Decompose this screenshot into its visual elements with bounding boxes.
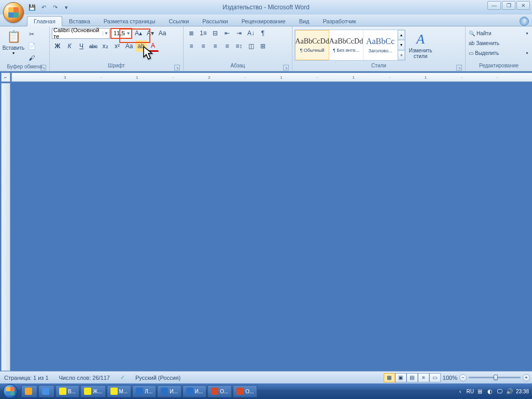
align-left-button[interactable]: ≡ bbox=[186, 40, 197, 52]
styles-dialog-launcher[interactable]: ↘ bbox=[456, 65, 462, 70]
language-indicator[interactable]: RU bbox=[467, 389, 474, 394]
underline-button[interactable]: Ч bbox=[76, 40, 87, 52]
align-center-button[interactable]: ≡ bbox=[198, 40, 209, 52]
format-painter-button[interactable]: 🖌 bbox=[26, 52, 37, 64]
taskbar-item[interactable]: М... bbox=[107, 385, 132, 397]
qat-more[interactable]: ▾ bbox=[61, 2, 72, 12]
sort-button[interactable]: A↓ bbox=[245, 27, 257, 39]
grow-font-button[interactable]: A▴ bbox=[133, 27, 144, 39]
taskbar-item[interactable]: Ж... bbox=[80, 385, 106, 397]
tray-icon[interactable]: 🖵 bbox=[496, 388, 503, 395]
maximize-button[interactable]: ❐ bbox=[502, 1, 515, 10]
gallery-up[interactable]: ▲ bbox=[398, 30, 405, 40]
bold-button[interactable]: Ж bbox=[52, 40, 63, 52]
clock[interactable]: 23:38 bbox=[516, 389, 529, 394]
taskbar-item[interactable]: В... bbox=[55, 385, 79, 397]
taskbar-item[interactable] bbox=[21, 385, 37, 397]
tab-mailings[interactable]: Рассылки bbox=[195, 16, 234, 26]
change-styles-button[interactable]: A Изменить стили bbox=[407, 30, 435, 60]
web-layout-view[interactable]: ▤ bbox=[407, 373, 418, 382]
full-screen-view[interactable]: ▣ bbox=[395, 373, 407, 382]
tray-icon[interactable]: ⊞ bbox=[477, 388, 484, 395]
find-button[interactable]: 🔍Найти▼ bbox=[468, 28, 530, 38]
gallery-more[interactable]: ≡ bbox=[398, 50, 405, 60]
close-button[interactable]: ✕ bbox=[516, 1, 530, 10]
italic-button[interactable]: К bbox=[64, 40, 75, 52]
justify-button[interactable]: ≡ bbox=[221, 40, 233, 52]
tab-review[interactable]: Рецензирование bbox=[235, 16, 292, 26]
ruler-toggle[interactable]: ⌐ bbox=[1, 73, 10, 82]
gallery-down[interactable]: ▼ bbox=[398, 40, 405, 50]
borders-button[interactable]: ⊞ bbox=[257, 40, 269, 52]
redo-button[interactable]: ↷ bbox=[50, 2, 60, 12]
minimize-button[interactable]: — bbox=[487, 1, 501, 10]
zoom-in-button[interactable]: + bbox=[523, 374, 530, 381]
select-button[interactable]: ▭Выделить▼ bbox=[468, 48, 530, 58]
taskbar-item[interactable]: О... bbox=[233, 385, 257, 397]
print-layout-view[interactable]: ▦ bbox=[384, 373, 395, 382]
strike-button[interactable]: abc bbox=[88, 40, 99, 52]
zoom-out-button[interactable]: − bbox=[459, 374, 467, 381]
spell-check-status[interactable]: ✓ bbox=[118, 374, 127, 381]
replace-button[interactable]: abЗаменить bbox=[468, 38, 530, 48]
shrink-font-button[interactable]: A▾ bbox=[145, 27, 156, 39]
tray-icon[interactable]: ◐ bbox=[486, 388, 494, 395]
style-normal[interactable]: AaBbCcDd¶ Обычный bbox=[295, 30, 329, 60]
zoom-slider-thumb[interactable] bbox=[494, 375, 498, 380]
superscript-button[interactable]: x² bbox=[111, 40, 123, 52]
tab-home[interactable]: Главная bbox=[27, 16, 62, 26]
taskbar-item[interactable]: Л... bbox=[132, 385, 156, 397]
cut-button[interactable]: ✂ bbox=[26, 28, 37, 40]
document-viewport[interactable]: Издательство «Открытые системы» выпускае… bbox=[11, 83, 532, 371]
language-status[interactable]: Русский (Россия) bbox=[133, 375, 183, 381]
font-size-combo[interactable]: 11,5▼ bbox=[110, 28, 132, 39]
increase-indent-button[interactable]: ⇥ bbox=[233, 27, 245, 39]
bullets-button[interactable]: ≣ bbox=[186, 27, 197, 39]
paste-button[interactable]: 📋 Вставить ▾ bbox=[2, 27, 25, 56]
shading-button[interactable]: ◫ bbox=[245, 40, 257, 52]
outline-view[interactable]: ≡ bbox=[418, 373, 429, 382]
tab-references[interactable]: Ссылки bbox=[162, 16, 196, 26]
style-heading1[interactable]: AaBbCcЗаголово... bbox=[363, 30, 398, 60]
page-status[interactable]: Страница: 1 из 1 bbox=[2, 375, 51, 381]
numbering-button[interactable]: 1≡ bbox=[198, 27, 209, 39]
taskbar-item[interactable]: И... bbox=[183, 385, 207, 397]
undo-button[interactable]: ↶ bbox=[38, 2, 49, 12]
paragraph-dialog-launcher[interactable]: ↘ bbox=[283, 65, 289, 70]
line-spacing-button[interactable]: ≡↕ bbox=[233, 40, 245, 52]
style-no-spacing[interactable]: AaBbCcDd¶ Без инте... bbox=[329, 30, 363, 60]
tray-expand[interactable]: ‹ bbox=[457, 388, 464, 395]
save-button[interactable]: 💾 bbox=[27, 2, 37, 12]
tab-insert[interactable]: Вставка bbox=[62, 16, 97, 26]
highlight-button[interactable]: ab bbox=[135, 40, 147, 52]
horizontal-ruler[interactable]: 3 · 1 · 2 · 1 · 1 · 1 · · · 1 · · · 2 · … bbox=[11, 73, 532, 82]
taskbar-item[interactable]: И... bbox=[157, 385, 181, 397]
font-color-button[interactable]: A bbox=[147, 40, 159, 52]
copy-button[interactable]: 📄 bbox=[26, 40, 37, 52]
help-button[interactable]: ? bbox=[520, 17, 529, 26]
subscript-button[interactable]: x₂ bbox=[100, 40, 111, 52]
font-name-combo[interactable]: Calibri (Основной те▼ bbox=[52, 28, 110, 39]
zoom-slider[interactable] bbox=[469, 377, 521, 378]
taskbar-item[interactable]: О... bbox=[207, 385, 232, 397]
align-right-button[interactable]: ≡ bbox=[209, 40, 221, 52]
decrease-indent-button[interactable]: ⇤ bbox=[221, 27, 233, 39]
font-dialog-launcher[interactable]: ↘ bbox=[174, 65, 180, 70]
volume-icon[interactable]: 🔊 bbox=[506, 388, 513, 395]
draft-view[interactable]: ▭ bbox=[429, 373, 441, 382]
show-marks-button[interactable]: ¶ bbox=[257, 27, 269, 39]
word-count[interactable]: Число слов: 26/117 bbox=[57, 375, 112, 381]
tab-view[interactable]: Вид bbox=[292, 16, 316, 26]
office-button[interactable] bbox=[3, 2, 24, 23]
clear-format-button[interactable]: Aa bbox=[157, 27, 168, 39]
multilevel-button[interactable]: ⊟ bbox=[209, 27, 221, 39]
tab-developer[interactable]: Разработчик bbox=[316, 16, 363, 26]
change-case-button[interactable]: Aa bbox=[123, 40, 135, 52]
start-button[interactable] bbox=[0, 383, 21, 399]
tab-page-layout[interactable]: Разметка страницы bbox=[97, 16, 162, 26]
taskbar-item[interactable] bbox=[38, 385, 54, 397]
clipboard-dialog-launcher[interactable]: ↘ bbox=[40, 65, 46, 70]
vertical-ruler[interactable] bbox=[1, 83, 10, 371]
zoom-level[interactable]: 100% bbox=[443, 375, 457, 381]
styles-gallery[interactable]: AaBbCcDd¶ Обычный AaBbCcDd¶ Без инте... … bbox=[295, 30, 405, 61]
